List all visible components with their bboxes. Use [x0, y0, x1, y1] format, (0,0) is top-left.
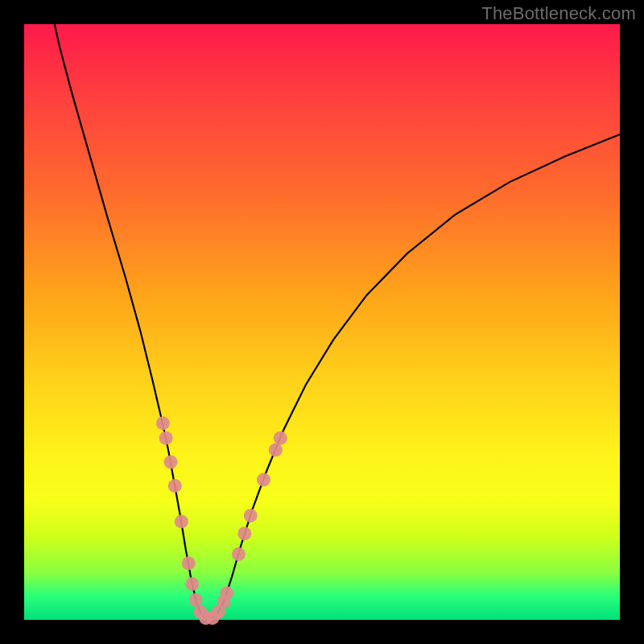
data-marker: [159, 431, 173, 445]
data-marker: [237, 526, 251, 540]
data-marker: [168, 479, 182, 493]
data-marker: [182, 556, 196, 570]
data-marker: [257, 473, 270, 487]
data-marker: [220, 586, 233, 600]
data-marker: [269, 444, 283, 457]
data-marker: [185, 577, 199, 591]
data-marker: [156, 416, 170, 430]
data-marker: [244, 509, 258, 522]
data-marker: [189, 593, 203, 607]
marker-group: [156, 416, 287, 625]
data-marker: [175, 514, 188, 528]
data-marker: [164, 455, 178, 469]
data-marker: [274, 431, 287, 445]
chart-svg: [24, 24, 620, 620]
data-marker: [232, 547, 246, 561]
bottleneck-curve: [55, 24, 620, 619]
watermark-text: TheBottleneck.com: [481, 3, 636, 24]
